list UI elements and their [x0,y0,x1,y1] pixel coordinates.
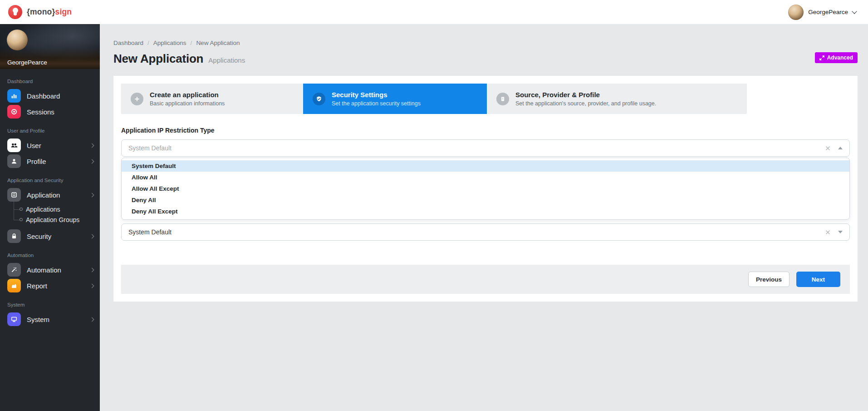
step-subtitle: Set the application's source, provider, … [515,100,656,107]
record-icon [7,105,21,119]
user-avatar [788,5,804,20]
sidebar-item-label: Sessions [27,108,54,116]
nav-section-label-application-security: Application and Security [0,178,100,183]
archive-icon [7,188,21,202]
next-button[interactable]: Next [796,272,840,287]
users-icon [7,139,21,152]
main-content: Dashboard / Applications / New Applicati… [100,24,868,411]
advanced-button-label: Advanced [827,54,853,61]
previous-button[interactable]: Previous [748,272,790,287]
sidebar-item-dashboard[interactable]: Dashboard [0,88,100,104]
sidebar-item-application-groups[interactable]: Application Groups [14,214,100,225]
chevron-right-icon [90,283,94,288]
plus-icon [131,93,143,105]
chevron-right-icon [90,143,94,148]
advanced-button[interactable]: Advanced [815,52,858,63]
step-title: Security Settings [332,91,421,99]
report-chart-icon [7,279,21,292]
document-icon [496,93,509,105]
caret-up-icon[interactable] [838,147,843,149]
step-subtitle: Basic application informations [150,100,225,107]
sidebar-item-label: Dashboard [27,92,60,100]
breadcrumb: Dashboard / Applications / New Applicati… [113,40,858,46]
sidebar-item-label: Report [27,282,47,290]
sidebar-item-label: Application [27,191,60,199]
wizard-footer: Previous Next [121,265,850,294]
page-subtitle: Applications [208,56,245,64]
breadcrumb-separator: / [147,40,149,46]
select-placeholder: System Default [128,144,172,152]
sidebar-item-label: Profile [27,158,46,165]
sidebar-profile-name: GeorgePearce [7,59,47,66]
expand-arrows-icon [819,55,824,60]
step-title: Create an application [150,91,225,99]
dropdown-option-deny-all-except[interactable]: Deny All Except [122,206,849,217]
dropdown-option-deny-all[interactable]: Deny All [122,194,849,206]
chevron-right-icon [90,234,94,238]
sidebar-item-label: System [27,316,49,323]
sidebar-profile-cover[interactable]: GeorgePearce [0,24,100,69]
nav-section-label-dashboard: Dashboard [0,79,100,84]
secondary-select-closed[interactable]: System Default [121,223,850,241]
select-value: System Default [128,228,172,236]
ip-restriction-select-open[interactable]: System Default [121,139,850,157]
bar-chart-icon [7,89,21,103]
sidebar-item-system[interactable]: System [0,312,100,327]
step-subtitle: Set the application security settings [332,100,421,107]
sidebar-item-applications[interactable]: Applications [14,204,100,214]
sidebar-item-automation[interactable]: Automation [0,262,100,277]
shield-check-icon [313,93,325,105]
brand-name-left: {mono} [27,7,55,16]
user-menu[interactable]: GeorgePearce [788,5,856,20]
sidebar-item-user[interactable]: User [0,138,100,153]
lock-icon [7,229,21,243]
subtree-item-label: Applications [26,206,60,213]
monitor-icon [7,312,21,326]
person-icon [7,154,21,168]
breadcrumb-separator: / [191,40,192,46]
breadcrumb-new-application[interactable]: New Application [196,40,240,46]
application-subtree: Applications Application Groups [14,204,100,225]
step-source-provider-profile[interactable]: Source, Provider & Profile Set the appli… [487,84,747,114]
nav-section-label-user-profile: User and Profile [0,128,100,134]
field-label-ip-restriction-type: Application IP Restriction Type [121,127,850,134]
caret-down-icon[interactable] [838,231,843,233]
brand-name: {mono}sign [27,7,72,17]
nav-section-label-automation: Automation [0,253,100,258]
wizard-steps: Create an application Basic application … [121,84,747,114]
page-title: New Application [113,52,203,66]
sidebar-nav: Dashboard Dashboard Sessions User and Pr… [0,69,100,327]
breadcrumb-applications[interactable]: Applications [153,40,186,46]
step-title: Source, Provider & Profile [515,91,656,99]
breadcrumb-dashboard[interactable]: Dashboard [113,40,143,46]
sidebar-item-security[interactable]: Security [0,228,100,244]
topbar: {mono}sign GeorgePearce [0,0,868,24]
subtree-item-label: Application Groups [26,216,79,223]
clear-x-icon[interactable] [825,230,830,235]
dropdown-option-allow-all[interactable]: Allow All [122,172,849,183]
sidebar-item-label: Security [27,233,51,240]
page-header: New Application Applications Advanced [113,52,858,66]
clear-x-icon[interactable] [825,146,830,151]
step-create-an-application[interactable]: Create an application Basic application … [121,84,303,114]
brand-logo[interactable]: {mono}sign [8,5,72,19]
sidebar-avatar [7,30,28,50]
ip-restriction-dropdown: System Default Allow All Allow All Excep… [121,158,850,220]
dropdown-option-system-default[interactable]: System Default [122,160,849,172]
chevron-right-icon [90,267,94,272]
dropdown-option-allow-all-except[interactable]: Allow All Except [122,183,849,194]
sidebar-item-profile[interactable]: Profile [0,154,100,169]
sidebar-item-label: Automation [27,266,61,274]
chevron-down-icon [852,9,857,14]
chevron-right-icon [90,159,94,163]
wand-icon [7,263,21,277]
step-security-settings[interactable]: Security Settings Set the application se… [303,84,487,114]
user-name: GeorgePearce [808,9,848,15]
chevron-right-icon [90,317,94,322]
sidebar-item-report[interactable]: Report [0,278,100,293]
monosign-logo-icon [8,5,22,19]
sidebar-item-sessions[interactable]: Sessions [0,104,100,119]
sidebar-item-application[interactable]: Application [0,187,100,203]
chevron-right-icon [90,193,94,197]
new-application-card: Create an application Basic application … [113,76,858,302]
